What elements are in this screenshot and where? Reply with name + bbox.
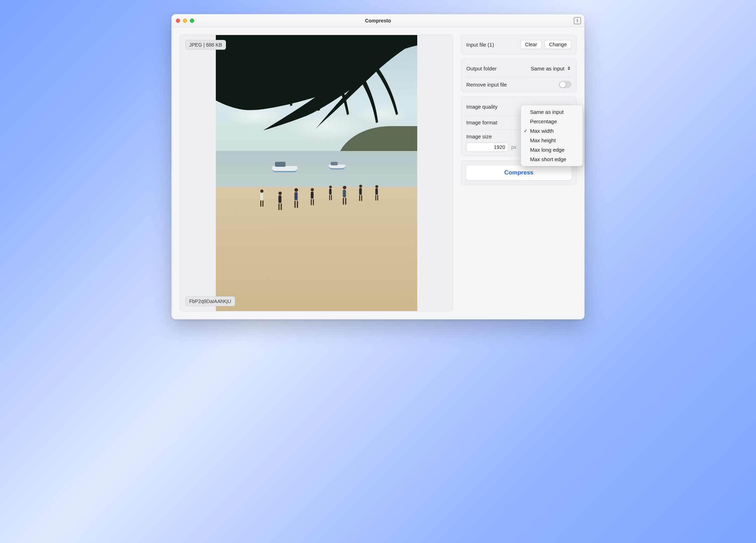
- output-folder-label: Output folder: [466, 66, 497, 71]
- menu-item-same-as-input[interactable]: Same as input: [521, 107, 583, 117]
- input-card: Input file (1) Clear Change: [461, 35, 577, 54]
- menu-item-max-long-edge[interactable]: Max long edge: [521, 145, 583, 154]
- menu-item-max-height[interactable]: Max height: [521, 136, 583, 145]
- menu-item-max-width[interactable]: ✓ Max width: [521, 126, 583, 136]
- image-size-menu: Same as input Percentage ✓ Max width Max…: [521, 105, 583, 166]
- image-format-label: Image format: [466, 119, 497, 125]
- pin-button[interactable]: [574, 17, 581, 24]
- image-size-input[interactable]: [466, 143, 508, 152]
- titlebar: Compresto: [172, 14, 584, 27]
- image-quality-label: Image quality: [466, 104, 497, 110]
- content: JPEG | 688 KB FbP2q9DaIAAhKjU Input file…: [172, 27, 584, 319]
- output-folder-select[interactable]: Same as input: [531, 66, 571, 71]
- menu-item-percentage[interactable]: Percentage: [521, 117, 583, 126]
- menu-item-max-short-edge[interactable]: Max short edge: [521, 154, 583, 164]
- minimize-icon[interactable]: [183, 19, 187, 23]
- input-file-label: Input file (1): [466, 42, 494, 48]
- close-icon[interactable]: [176, 19, 180, 23]
- change-button[interactable]: Change: [544, 40, 571, 49]
- format-size-badge: JPEG | 688 KB: [185, 40, 226, 50]
- filename-badge: FbP2q9DaIAAhKjU: [185, 296, 235, 306]
- image-size-label: Image size: [466, 133, 492, 139]
- preview-image: [216, 35, 417, 311]
- compress-button[interactable]: Compress: [466, 165, 572, 180]
- pin-icon: [575, 19, 579, 23]
- output-card: Output folder Same as input Remove input…: [461, 59, 577, 92]
- preview-area: JPEG | 688 KB FbP2q9DaIAAhKjU: [179, 35, 453, 311]
- output-folder-value: Same as input: [531, 66, 564, 71]
- remove-input-toggle[interactable]: [559, 81, 571, 88]
- remove-input-label: Remove input file: [466, 82, 507, 88]
- clear-button[interactable]: Clear: [521, 40, 542, 49]
- chevron-updown-icon: [566, 66, 571, 71]
- app-window: Compresto: [171, 14, 585, 319]
- window-title: Compresto: [176, 18, 580, 23]
- check-icon: ✓: [524, 128, 528, 133]
- image-size-unit: px: [511, 144, 516, 150]
- window-controls: [176, 19, 194, 23]
- zoom-icon[interactable]: [190, 19, 194, 23]
- settings-panel: Input file (1) Clear Change Output folde…: [461, 35, 577, 311]
